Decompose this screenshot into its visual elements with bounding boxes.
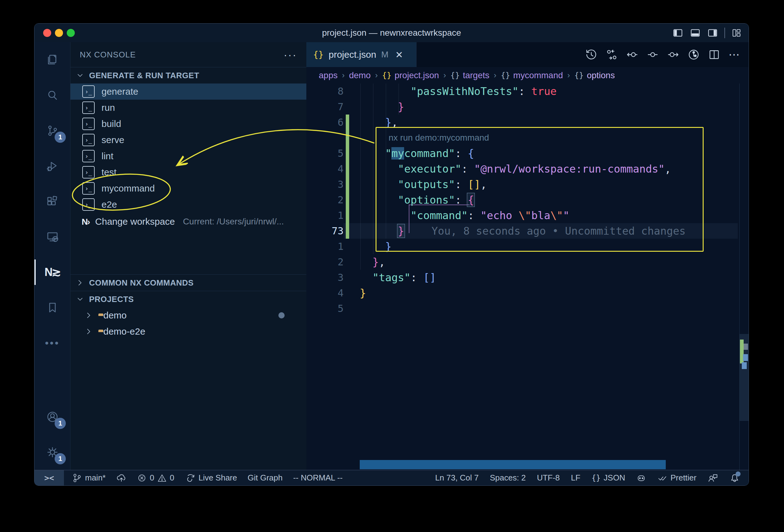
- activity-item-more[interactable]: •••: [34, 325, 70, 361]
- status-label: Live Share: [198, 473, 237, 483]
- window-title: project.json — newnxreactwrkspace: [34, 24, 749, 42]
- json-symbol-icon: {}: [382, 71, 391, 80]
- chevron-down-icon: [76, 71, 85, 80]
- code-token: ,: [391, 116, 398, 129]
- terminal-icon: ›_: [82, 102, 95, 114]
- history-icon[interactable]: [585, 49, 597, 61]
- breadcrumb-item-mycommand[interactable]: {}mycommand: [501, 71, 563, 80]
- section-header-projects[interactable]: PROJECTS: [71, 291, 306, 307]
- common-nx-commands-section[interactable]: COMMON NX COMMANDS: [71, 275, 306, 291]
- status-git-branch[interactable]: main*: [72, 473, 106, 483]
- target-item-e2e[interactable]: ›_e2e: [71, 196, 306, 213]
- project-item-demo-e2e[interactable]: demo-e2e: [71, 324, 306, 340]
- section-label: PROJECTS: [89, 295, 134, 304]
- status-prettier[interactable]: Prettier: [657, 473, 697, 483]
- code-line: 5: [306, 301, 749, 316]
- activity-item-extensions[interactable]: [34, 184, 70, 219]
- braces-icon: {}: [592, 473, 600, 483]
- activity-item-explorer[interactable]: [34, 42, 70, 78]
- status-notifications[interactable]: [729, 473, 740, 483]
- change-workspace-row[interactable]: N›Change workspaceCurrent: /Users/juri/n…: [71, 213, 306, 231]
- line-number: 4: [312, 285, 343, 301]
- target-item-serve[interactable]: ›_serve: [71, 132, 306, 148]
- target-item-lint[interactable]: ›_lint: [71, 148, 306, 164]
- change-workspace-label: Change workspace: [95, 216, 175, 227]
- status-cursor-position[interactable]: Ln 73, Col 7: [435, 473, 479, 483]
- sidebar-more-icon[interactable]: ···: [284, 49, 297, 61]
- layout-sidebar-right-icon[interactable]: [707, 27, 718, 38]
- remote-indicator[interactable]: ><: [34, 470, 64, 485]
- status-feedback[interactable]: [708, 473, 718, 483]
- bell-icon: [729, 473, 740, 483]
- activity-item-remote-explorer[interactable]: [34, 219, 70, 254]
- titlebar-layout-controls: [672, 24, 742, 42]
- terminal-icon: ›_: [82, 198, 95, 211]
- activity-item-bookmarks[interactable]: [34, 290, 70, 325]
- target-item-build[interactable]: ›_build: [71, 116, 306, 132]
- status-eol[interactable]: LF: [571, 473, 580, 483]
- current-workspace-path: Current: /Users/juri/nrwl/...: [183, 217, 284, 227]
- screenshot-root: project.json — newnxreactwrkspace 1N≳•••…: [0, 0, 784, 532]
- line-content: },: [360, 254, 385, 270]
- previous-change-icon[interactable]: [626, 49, 639, 61]
- activity-item-source-control[interactable]: 1: [34, 113, 70, 148]
- activity-item-search[interactable]: [34, 78, 70, 113]
- breadcrumb-item-demo[interactable]: demo: [349, 71, 371, 80]
- change-workspace-button[interactable]: N›Change workspaceCurrent: /Users/juri/n…: [71, 213, 306, 231]
- section-header-common-nx-commands[interactable]: COMMON NX COMMANDS: [71, 275, 306, 291]
- breadcrumb-item-options[interactable]: {}options: [575, 71, 615, 80]
- feedback-icon: [708, 473, 718, 483]
- status-problems[interactable]: 00: [137, 473, 174, 483]
- status-git-graph[interactable]: Git Graph: [248, 473, 283, 483]
- layout-panel-icon[interactable]: [690, 27, 701, 38]
- code-token: []: [423, 271, 436, 284]
- layout-sidebar-left-icon[interactable]: [672, 27, 683, 38]
- status-label: UTF-8: [537, 473, 560, 483]
- activity-item-settings[interactable]: 1: [34, 435, 70, 470]
- breadcrumb-item-targets[interactable]: {}targets: [450, 71, 489, 80]
- code-line: 8"passWithNoTests": true: [306, 83, 749, 99]
- tab-project-json[interactable]: {} project.json M ✕: [306, 42, 417, 67]
- overview-ruler-mark: [743, 354, 748, 361]
- code-area[interactable]: 8"passWithNoTests": true7}6},nx run demo…: [306, 83, 749, 470]
- target-item-run[interactable]: ›_run: [71, 100, 306, 116]
- sidebar-header: NX CONSOLE ···: [71, 42, 306, 67]
- line-number: 6: [312, 115, 343, 130]
- tab-close-icon[interactable]: ✕: [395, 49, 403, 60]
- open-changes-icon[interactable]: [606, 49, 618, 61]
- workbench: 1N≳•••11 NX CONSOLE ··· GENERATE & RUN T…: [34, 42, 749, 470]
- breadcrumb-separator: ›: [494, 71, 497, 80]
- overview-ruler-mark: [744, 344, 748, 350]
- activity-item-run-debug[interactable]: [34, 148, 70, 184]
- customize-layout-icon[interactable]: [731, 28, 742, 38]
- status-sync[interactable]: [116, 473, 127, 483]
- commit-graph-icon[interactable]: [688, 49, 700, 61]
- activity-item-nx-console[interactable]: N≳: [34, 254, 70, 290]
- split-editor-icon[interactable]: [708, 49, 720, 61]
- horizontal-scrollbar[interactable]: [360, 460, 666, 469]
- more-actions-icon[interactable]: ⋯: [728, 48, 740, 61]
- breadcrumb-separator: ›: [375, 71, 378, 80]
- status-vim-mode[interactable]: -- NORMAL --: [293, 473, 342, 483]
- status-copilot[interactable]: [636, 473, 646, 483]
- status-encoding[interactable]: UTF-8: [537, 473, 560, 483]
- status-indentation[interactable]: Spaces: 2: [490, 473, 526, 483]
- project-item-demo[interactable]: demo: [71, 307, 306, 324]
- breadcrumb-item-apps[interactable]: apps: [319, 71, 338, 80]
- title-bar[interactable]: project.json — newnxreactwrkspace: [34, 24, 749, 42]
- activity-bar: 1N≳•••11: [34, 42, 71, 470]
- status-live-share[interactable]: Live Share: [185, 473, 237, 483]
- target-item-test[interactable]: ›_test: [71, 164, 306, 180]
- target-item-generate[interactable]: ›_generate: [71, 83, 306, 100]
- target-item-mycommand[interactable]: ›_mycommand: [71, 180, 306, 196]
- code-token: }: [385, 116, 391, 129]
- section-label: COMMON NX COMMANDS: [89, 278, 194, 288]
- next-change-icon[interactable]: [667, 49, 679, 61]
- change-icon[interactable]: [646, 49, 659, 61]
- line-content: }: [360, 285, 366, 301]
- code-token: }: [398, 101, 404, 113]
- activity-item-accounts[interactable]: 1: [34, 399, 70, 435]
- section-header-generate-run-target[interactable]: GENERATE & RUN TARGET: [71, 67, 306, 83]
- status-language-mode[interactable]: {}JSON: [592, 473, 625, 483]
- breadcrumb-item-project-json[interactable]: {}project.json: [382, 71, 439, 80]
